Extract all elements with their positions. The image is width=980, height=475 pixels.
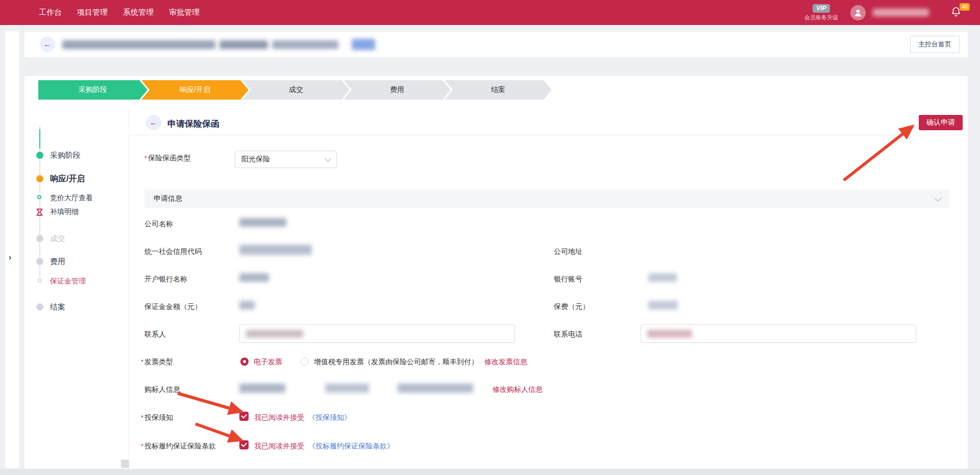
timeline-label: 结案: [50, 302, 65, 312]
orange-dot-icon: [36, 175, 43, 182]
main-panel: 采购阶段 响应/开启 成交 费用 结案 采购阶段 响应/开启 竞价大厅查看: [24, 76, 968, 469]
chevron-down-icon: [935, 195, 941, 202]
sidebar-collapse-strip: ›: [5, 31, 19, 468]
green-dot-icon: [36, 152, 43, 159]
contact-phone-value-redacted: [647, 330, 692, 338]
topbar-right-cluster: VIP 会员服务升级 46: [804, 4, 980, 21]
insurance-notice-link[interactable]: 《投保须知》: [308, 413, 351, 422]
hourglass-icon: [36, 208, 43, 216]
project-title-redacted-3: [272, 40, 338, 49]
contact-label: 联系人: [144, 330, 166, 339]
label-text: 投标履约保证保险条款: [144, 442, 216, 450]
timeline-scrollbar-thumb[interactable]: [121, 460, 129, 468]
person-icon: [853, 8, 863, 17]
step-close[interactable]: 结案: [445, 80, 552, 100]
horizontal-scrollbar-track[interactable]: [0, 469, 980, 475]
nav-system-management[interactable]: 系统管理: [123, 8, 154, 17]
section-title: 申请信息: [154, 194, 182, 203]
vip-upgrade[interactable]: VIP 会员服务升级: [804, 4, 838, 21]
step-procurement[interactable]: 采购阶段: [38, 80, 148, 100]
expand-panel-chevron-icon[interactable]: ›: [9, 253, 11, 262]
application-info-section-header[interactable]: 申请信息: [144, 189, 949, 208]
notice-agree-text: 我已阅读并接受: [254, 413, 304, 422]
notification-bell[interactable]: 46: [950, 6, 962, 19]
bank-name-value-redacted: [239, 273, 269, 282]
invoice-type-label: *发票类型: [141, 358, 173, 367]
buyer-name-redacted: [239, 384, 285, 393]
vip-caption: 会员服务升级: [804, 14, 838, 21]
timeline-label: 响应/开启: [50, 174, 85, 184]
timeline-connector-done: [39, 129, 40, 149]
performance-terms-link[interactable]: 《投标履约保证保险条款》: [308, 442, 394, 451]
required-asterisk: *: [141, 442, 143, 450]
step-deal[interactable]: 成交: [242, 80, 350, 100]
guarantee-type-select[interactable]: 阳光保险: [235, 151, 337, 168]
confirm-apply-button[interactable]: 确认申请: [919, 115, 963, 130]
vat-invoice-option-label[interactable]: 增值税专用发票（发票由保险公司邮寄，顺丰到付）: [314, 358, 478, 367]
page-title: 申请保险保函: [167, 118, 219, 130]
gray-dot-icon: [36, 235, 43, 242]
credit-code-value-redacted: [239, 245, 312, 255]
performance-terms-label: *投标履约保证保险条款: [141, 442, 216, 451]
required-asterisk: *: [141, 358, 143, 366]
notification-count-badge: 46: [960, 3, 970, 11]
timeline-label: 竞价大厅查看: [50, 194, 93, 203]
console-home-button[interactable]: 主控台首页: [910, 36, 960, 53]
step-fee[interactable]: 费用: [344, 80, 451, 100]
contact-phone-input[interactable]: [641, 324, 916, 343]
contact-value-redacted: [246, 330, 303, 338]
phase-stepper: 采购阶段 响应/开启 成交 费用 结案: [38, 80, 552, 100]
timeline-label: 保证金管理: [50, 277, 86, 286]
bank-account-label: 银行账号: [554, 275, 582, 284]
terms-checkbox-checked[interactable]: [239, 440, 249, 449]
nav-project-management[interactable]: 项目管理: [77, 8, 108, 17]
terms-agree-text: 我已阅读并接受: [254, 442, 304, 451]
nav-workbench[interactable]: 工作台: [39, 8, 62, 17]
main-menu: 工作台 项目管理 系统管理 审批管理: [0, 8, 200, 17]
timeline-label: 费用: [50, 257, 65, 267]
premium-value-redacted: [648, 301, 678, 310]
header-back-button[interactable]: ←: [40, 37, 55, 52]
deposit-amount-value-redacted: [239, 301, 255, 310]
user-avatar[interactable]: [850, 5, 866, 20]
company-name-value-redacted: [239, 218, 286, 227]
project-title-redacted: [62, 40, 215, 49]
electronic-invoice-option-label[interactable]: 电子发票: [254, 358, 282, 367]
bank-name-label: 开户银行名称: [144, 275, 187, 284]
top-navigation-bar: 工作台 项目管理 系统管理 审批管理 VIP 会员服务升级 46: [0, 0, 980, 25]
gray-ring-icon: [37, 278, 41, 282]
project-status-badge-redacted: [352, 39, 375, 50]
insurance-notice-label: *投保须知: [141, 413, 173, 422]
buyer-id-redacted: [398, 384, 473, 393]
back-arrow-icon: ←: [43, 40, 52, 49]
timeline-label: 成交: [50, 234, 65, 244]
credit-code-label: 统一社会信用代码: [144, 247, 202, 256]
notice-checkbox-checked[interactable]: [239, 412, 249, 421]
chevron-down-icon: [325, 155, 331, 162]
contact-input[interactable]: [239, 324, 515, 343]
label-text: 发票类型: [144, 358, 173, 366]
radio-vat-invoice[interactable]: [301, 358, 309, 366]
edit-buyer-info-link[interactable]: 修改购标人信息: [493, 385, 543, 394]
required-asterisk: *: [141, 414, 143, 421]
green-ring-icon: [37, 195, 41, 199]
nav-approval-management[interactable]: 审批管理: [169, 8, 200, 17]
buyer-phone-redacted: [325, 384, 369, 393]
premium-label: 保费（元）: [554, 302, 590, 312]
edit-invoice-info-link[interactable]: 修改发票信息: [484, 358, 527, 367]
gray-dot-icon: [36, 303, 43, 311]
gray-dot-icon: [36, 258, 43, 265]
step-response-open[interactable]: 响应/开启: [141, 80, 249, 100]
vip-icon: VIP: [813, 4, 829, 13]
label-text: 投保须知: [144, 413, 173, 421]
timeline-label: 采购阶段: [50, 151, 81, 160]
contact-phone-label: 联系电话: [554, 330, 582, 339]
select-value: 阳光保险: [241, 155, 270, 164]
radio-electronic-invoice[interactable]: [240, 358, 249, 366]
label-text: 保险保函类型: [148, 154, 191, 162]
username-redacted: [873, 9, 929, 16]
form-back-button[interactable]: ←: [146, 115, 161, 130]
guarantee-type-label: *保险保函类型: [144, 154, 191, 163]
project-title-redacted-2: [219, 40, 268, 49]
buyer-info-label: 购标人信息: [144, 385, 180, 394]
